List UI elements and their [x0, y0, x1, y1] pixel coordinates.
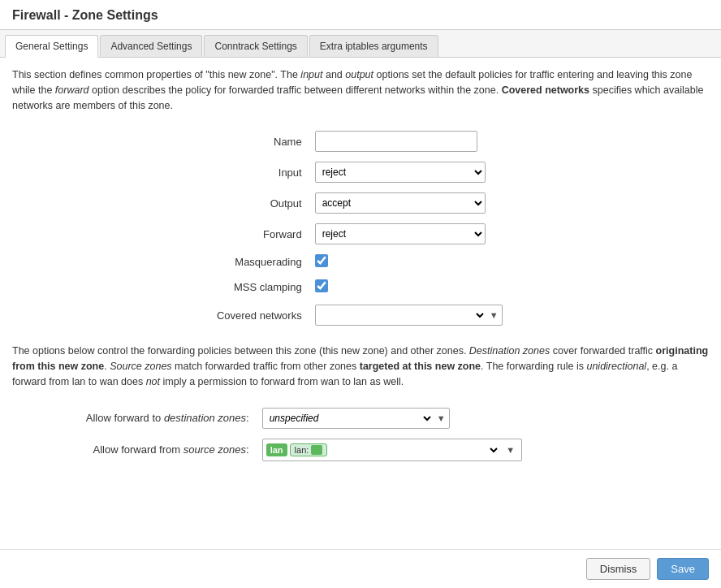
tab-general-settings[interactable]: General Settings: [5, 35, 98, 58]
tabs-container: General Settings Advanced Settings Connt…: [0, 30, 721, 58]
forward-label: Forward: [12, 218, 312, 249]
output-label: Output: [12, 188, 312, 218]
lan-info-tag: lan:: [290, 443, 328, 456]
unidirectional-term: unidirectional: [586, 361, 646, 372]
output-row: Output accept reject drop: [12, 188, 709, 218]
dismiss-button[interactable]: Dismiss: [586, 558, 651, 580]
mss-clamping-row: MSS clamping: [12, 275, 709, 300]
covered-networks-row: Covered networks ▼: [12, 300, 709, 331]
allow-forward-from-row: Allow forward from source zones: lan lan…: [12, 434, 709, 466]
allow-forward-from-label: Allow forward from source zones:: [12, 434, 259, 466]
footer-buttons: Dismiss Save: [0, 549, 721, 588]
forward-to-select[interactable]: unspecified: [263, 409, 434, 428]
tab-extra-iptables[interactable]: Extra iptables arguments: [309, 35, 438, 57]
name-input[interactable]: [315, 131, 477, 152]
network-icon: [311, 445, 322, 455]
masquerading-row: Masquerading: [12, 249, 709, 275]
mss-clamping-label: MSS clamping: [12, 275, 312, 300]
tab-conntrack-settings[interactable]: Conntrack Settings: [204, 35, 307, 57]
output-term: output: [345, 69, 373, 80]
name-row: Name: [12, 126, 709, 157]
forward-from-select[interactable]: [330, 441, 500, 459]
masquerading-checkbox[interactable]: [315, 254, 328, 267]
allow-forward-to-row: Allow forward to destination zones: unsp…: [12, 403, 709, 434]
allow-forward-to-label: Allow forward to destination zones:: [12, 403, 259, 434]
source-zones-term: Source zones: [110, 361, 171, 372]
mss-clamping-checkbox[interactable]: [315, 279, 328, 292]
covered-networks-label: Covered networks: [12, 300, 312, 331]
not-term: not: [146, 376, 160, 387]
forward-term: forward: [55, 84, 89, 96]
forwarding-description: The options below control the forwarding…: [12, 344, 709, 389]
input-label: Input: [12, 157, 312, 188]
name-label: Name: [12, 126, 312, 157]
output-select[interactable]: accept reject drop: [315, 192, 486, 214]
destination-zones-term: Destination zones: [469, 345, 550, 357]
covered-networks-term: Covered networks: [502, 84, 589, 96]
input-row: Input reject accept drop: [12, 157, 709, 188]
forward-row: Forward reject accept drop: [12, 218, 709, 249]
main-content: This section defines common properties o…: [0, 58, 721, 489]
zone-settings-form: Name Input reject accept drop Output acc…: [12, 126, 709, 331]
save-button[interactable]: Save: [657, 558, 709, 580]
covered-networks-arrow: ▼: [486, 310, 502, 320]
forward-from-wrapper: lan lan: ▼: [262, 439, 523, 461]
input-select[interactable]: reject accept drop: [315, 162, 486, 183]
forwarding-form: Allow forward to destination zones: unsp…: [12, 403, 709, 466]
targeted-bold: targeted at this new zone: [360, 361, 481, 372]
forward-to-arrow: ▼: [434, 413, 449, 423]
forward-select[interactable]: reject accept drop: [315, 223, 486, 244]
page-header: Firewall - Zone Settings: [0, 0, 721, 30]
input-term: input: [300, 69, 322, 80]
lan-tag: lan: [266, 443, 287, 456]
tab-advanced-settings[interactable]: Advanced Settings: [100, 35, 202, 57]
description-text: This section defines common properties o…: [12, 67, 709, 113]
covered-networks-select[interactable]: [316, 305, 486, 325]
forward-to-wrapper: unspecified ▼: [262, 408, 450, 429]
forward-from-arrow: ▼: [503, 445, 518, 455]
page-title: Firewall - Zone Settings: [12, 8, 709, 23]
covered-networks-wrapper: ▼: [315, 305, 503, 326]
masquerading-label: Masquerading: [12, 249, 312, 275]
